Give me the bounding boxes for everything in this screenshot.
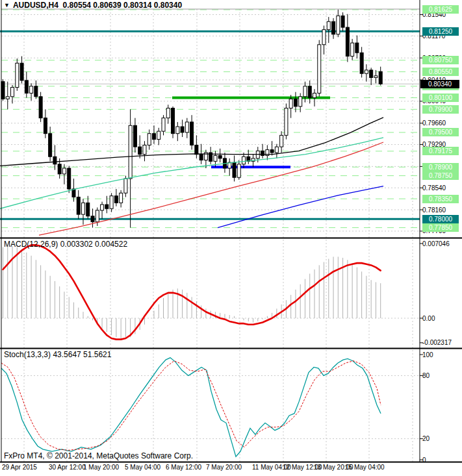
panel-borders xyxy=(0,0,462,462)
mt4-chart-window: ▼AUDUSD,H4 0.80554 0.80639 0.80314 0.803… xyxy=(0,0,462,476)
stoch-k-line xyxy=(1,358,381,457)
chart-plot-area[interactable] xyxy=(0,0,462,476)
ohlc-values: 0.80554 0.80639 0.80314 0.80340 xyxy=(63,1,183,10)
copyright-text: FxPro MT4, © 2001-2014, MetaQuotes Softw… xyxy=(4,451,193,460)
candles xyxy=(1,10,382,228)
macd-indicator-label: MACD(12,26,9) 0.003302 0.004522 xyxy=(4,240,127,249)
key-level-lines-teal xyxy=(0,31,420,219)
symbol-dropdown-icon[interactable]: ▼ xyxy=(4,2,10,8)
support-resistance-lines-green xyxy=(1,10,419,228)
axis-tick-marks xyxy=(420,15,423,460)
stoch-indicator-label: Stoch(13,3,3) 43.5647 51.5621 xyxy=(4,350,111,359)
chart-title: ▼AUDUSD,H4 0.80554 0.80639 0.80314 0.803… xyxy=(4,1,182,10)
symbol-timeframe-label: AUDUSD,H4 xyxy=(13,1,58,10)
grid-vertical-lines xyxy=(24,9,413,462)
ma-blue-line xyxy=(218,186,383,228)
